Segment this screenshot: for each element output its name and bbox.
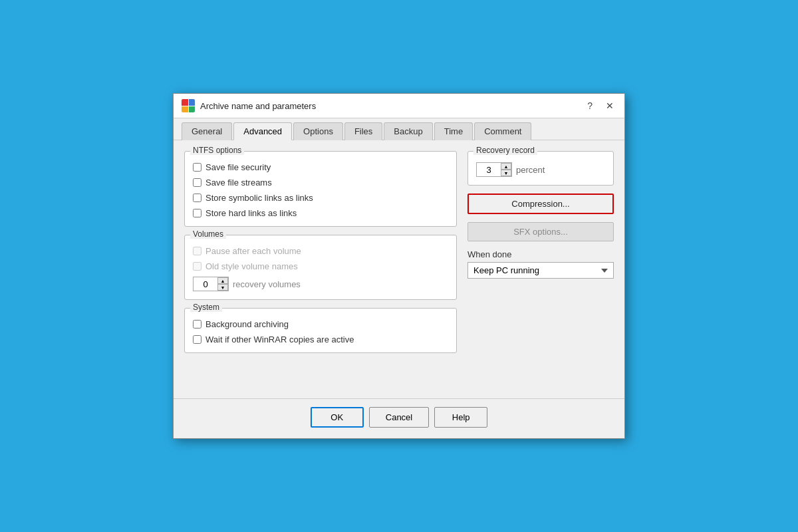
tab-comment[interactable]: Comment (474, 122, 531, 140)
when-done-select[interactable]: Keep PC running Sleep Hibernate Restart … (467, 262, 614, 279)
checkbox-wait-winrar-row: Wait if other WinRAR copies are active (193, 334, 448, 344)
app-icon-q4 (189, 106, 196, 113)
ntfs-options-group: NTFS options Save file security Save fil… (184, 151, 457, 227)
label-store-symbolic-links: Store symbolic links as links (205, 193, 313, 203)
title-bar: Archive name and parameters ? ✕ (174, 94, 624, 118)
label-background-archiving: Background archiving (205, 319, 289, 329)
footer: OK Cancel Help (174, 398, 624, 438)
volumes-spinner-input[interactable] (194, 278, 217, 291)
help-footer-button[interactable]: Help (434, 407, 487, 428)
title-bar-right: ? ✕ (585, 100, 616, 111)
volumes-group: Volumes Pause after each volume Old styl… (184, 235, 457, 300)
label-save-file-security: Save file security (205, 162, 271, 172)
volumes-spinner-buttons: ▲ ▼ (217, 277, 228, 291)
tab-options[interactable]: Options (293, 122, 343, 140)
checkbox-pause-after-volume-row: Pause after each volume (193, 246, 448, 256)
tab-files[interactable]: Files (344, 122, 382, 140)
label-pause-after-volume: Pause after each volume (205, 246, 301, 256)
checkbox-save-file-streams[interactable] (193, 178, 201, 187)
app-icon (182, 99, 195, 112)
volumes-group-label: Volumes (190, 229, 226, 239)
checkbox-background-archiving[interactable] (193, 320, 201, 329)
checkbox-background-archiving-row: Background archiving (193, 319, 448, 329)
volumes-spinner-row: ▲ ▼ recovery volumes (193, 277, 448, 291)
compression-button[interactable]: Compression... (467, 194, 614, 214)
volumes-spinner-container: ▲ ▼ (193, 277, 229, 291)
app-icon-q2 (189, 99, 196, 106)
label-old-style-volumes: Old style volume names (205, 261, 298, 271)
system-group-label: System (190, 303, 222, 312)
checkbox-old-style-volumes-row: Old style volume names (193, 261, 448, 271)
tab-bar: General Advanced Options Files Backup Ti… (174, 118, 624, 140)
label-save-file-streams: Save file streams (205, 178, 272, 188)
recovery-spinner-down[interactable]: ▼ (501, 170, 511, 176)
checkbox-wait-winrar[interactable] (193, 335, 201, 344)
sfx-options-button[interactable]: SFX options... (467, 222, 614, 241)
tab-time[interactable]: Time (434, 122, 473, 140)
when-done-section: When done Keep PC running Sleep Hibernat… (467, 249, 614, 279)
cancel-button[interactable]: Cancel (369, 407, 429, 428)
recovery-spinner-container: ▲ ▼ (476, 162, 512, 177)
left-column: NTFS options Save file security Save fil… (184, 151, 457, 390)
help-button[interactable]: ? (585, 100, 595, 111)
recovery-spinner-input[interactable] (477, 164, 501, 176)
checkbox-save-file-streams-row: Save file streams (193, 178, 448, 188)
checkbox-save-file-security-row: Save file security (193, 162, 448, 172)
checkbox-store-symbolic-links-row: Store symbolic links as links (193, 193, 448, 203)
tab-backup[interactable]: Backup (384, 122, 432, 140)
when-done-label: When done (467, 249, 614, 259)
title-bar-left: Archive name and parameters (182, 99, 316, 112)
label-store-hard-links: Store hard links as links (205, 208, 297, 218)
label-wait-winrar: Wait if other WinRAR copies are active (205, 334, 354, 344)
ok-button[interactable]: OK (311, 407, 364, 428)
close-button[interactable]: ✕ (603, 100, 616, 111)
recovery-spinner-up[interactable]: ▲ (501, 163, 511, 170)
recovery-spinner-buttons: ▲ ▼ (501, 163, 511, 176)
recovery-unit: percent (516, 165, 545, 175)
system-group: System Background archiving Wait if othe… (184, 308, 457, 353)
dialog-title: Archive name and parameters (200, 101, 316, 111)
dialog: Archive name and parameters ? ✕ General … (173, 93, 625, 439)
recovery-record-label: Recovery record (473, 146, 537, 155)
ntfs-group-label: NTFS options (190, 146, 244, 155)
content: NTFS options Save file security Save fil… (174, 140, 624, 398)
checkbox-save-file-security[interactable] (193, 163, 201, 172)
volumes-spinner-down[interactable]: ▼ (217, 284, 228, 291)
tab-advanced[interactable]: Advanced (233, 122, 292, 140)
checkbox-pause-after-volume[interactable] (193, 247, 201, 255)
recovery-record-input-row: ▲ ▼ percent (476, 162, 605, 177)
app-icon-q1 (182, 99, 188, 106)
tab-general[interactable]: General (182, 122, 232, 140)
checkbox-old-style-volumes[interactable] (193, 262, 201, 271)
recovery-record-group: Recovery record ▲ ▼ percent (467, 151, 614, 186)
checkbox-store-symbolic-links[interactable] (193, 194, 201, 202)
right-column: Recovery record ▲ ▼ percent Compression.… (467, 151, 614, 390)
checkbox-store-hard-links[interactable] (193, 209, 201, 217)
volumes-spinner-up[interactable]: ▲ (217, 277, 228, 284)
volumes-label: recovery volumes (233, 279, 301, 289)
app-icon-q3 (182, 106, 188, 113)
checkbox-store-hard-links-row: Store hard links as links (193, 208, 448, 218)
